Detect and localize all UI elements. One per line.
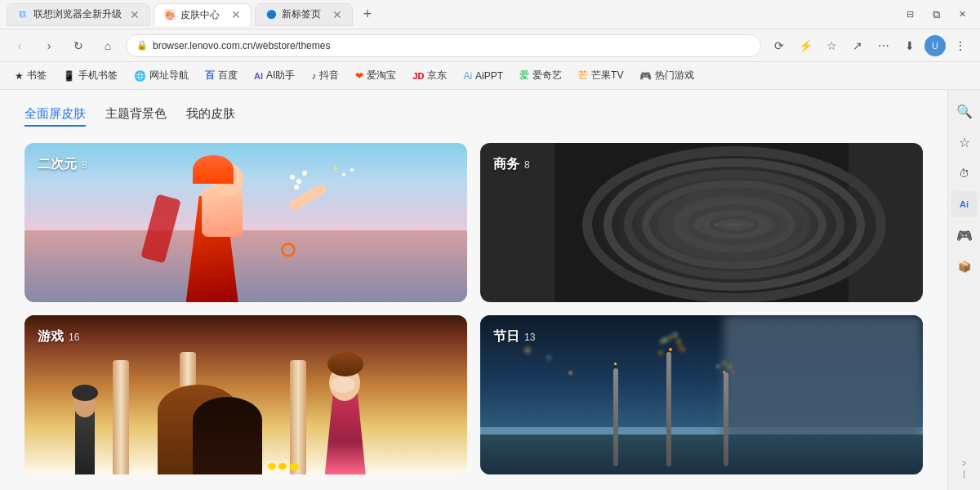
sidebar-collapse[interactable]: > | bbox=[962, 459, 967, 482]
page-tabs: 全面屏皮肤 主题背景色 我的皮肤 bbox=[24, 106, 923, 127]
tab1-favicon: 联 bbox=[17, 9, 29, 20]
tab3-close[interactable]: ✕ bbox=[332, 8, 342, 21]
bookmarks-bar: ★ 书签 📱 手机书签 🌐 网址导航 百 百度 AI AI助手 ♪ 抖音 ❤ 爱… bbox=[0, 62, 980, 90]
bookmark-baidu-label: 百度 bbox=[218, 69, 238, 82]
tab1-title: 联想浏览器全新升级 bbox=[33, 7, 122, 21]
bookmark-mobile-icon: 📱 bbox=[63, 70, 75, 82]
browser-tab-3[interactable]: 🔵 新标签页 ✕ bbox=[255, 3, 353, 26]
bookmark-games[interactable]: 🎮 热门游戏 bbox=[633, 66, 701, 86]
bookmark-ai[interactable]: AI AI助手 bbox=[247, 66, 301, 86]
bookmark-mobile[interactable]: 📱 手机书签 bbox=[56, 66, 124, 86]
festival-card-label: 节日 13 bbox=[493, 328, 535, 345]
forward-button[interactable]: › bbox=[38, 34, 60, 57]
bookmark-iqiyi-icon: 爱 bbox=[519, 69, 529, 82]
bookmark-nav-label: 网址导航 bbox=[149, 69, 189, 82]
url-text: browser.lenovo.com.cn/webstore/themes bbox=[153, 40, 330, 51]
bookmark-baidu[interactable]: 百 百度 bbox=[198, 66, 244, 86]
url-bar[interactable]: 🔒 browser.lenovo.com.cn/webstore/themes bbox=[126, 34, 761, 57]
bookmark-aippt[interactable]: Ai AiPPT bbox=[457, 66, 510, 86]
bookmark-mango-label: 芒果TV bbox=[591, 69, 623, 82]
tab2-title: 皮肤中心 bbox=[180, 8, 223, 22]
bookmark-nav[interactable]: 🌐 网址导航 bbox=[127, 66, 195, 86]
business-card-count: 8 bbox=[524, 159, 530, 171]
sidebar-history-icon[interactable]: ⏱ bbox=[951, 160, 978, 186]
bookmark-star-icon: ★ bbox=[15, 70, 24, 82]
tab-theme[interactable]: 主题背景色 bbox=[105, 106, 167, 127]
bookmark-taobao-icon: ❤ bbox=[355, 70, 363, 82]
bookmark-douyin-icon: ♪ bbox=[311, 70, 316, 82]
back-button[interactable]: ‹ bbox=[8, 34, 31, 57]
bookmark-ai-icon: AI bbox=[254, 71, 263, 81]
home-button[interactable]: ⌂ bbox=[96, 34, 119, 57]
business-card-bg bbox=[480, 143, 923, 302]
url-lock-icon: 🔒 bbox=[136, 40, 148, 51]
tab1-close[interactable]: ✕ bbox=[130, 8, 140, 21]
browser-tab-1[interactable]: 联 联想浏览器全新升级 ✕ bbox=[7, 3, 150, 26]
bookmark-jd-icon: JD bbox=[412, 71, 424, 81]
skin-card-game[interactable]: 游戏 16 bbox=[24, 315, 467, 474]
anime-card-label: 二次元 8 bbox=[38, 156, 87, 173]
tab-fullscreen[interactable]: 全面屏皮肤 bbox=[24, 106, 86, 127]
tab2-close[interactable]: ✕ bbox=[231, 8, 241, 21]
skin-grid: 二次元 8 bbox=[24, 143, 923, 474]
game-card-bg bbox=[24, 315, 467, 474]
bookmark-mobile-label: 手机书签 bbox=[78, 69, 118, 82]
skin-card-business[interactable]: 商务 8 bbox=[480, 143, 923, 302]
bookmark-taobao[interactable]: ❤ 爱淘宝 bbox=[349, 66, 403, 86]
bookmark-taobao-label: 爱淘宝 bbox=[367, 69, 396, 82]
refresh-button[interactable]: ↻ bbox=[67, 34, 90, 57]
skin-card-anime[interactable]: 二次元 8 bbox=[24, 143, 467, 302]
bookmark-baidu-icon: 百 bbox=[205, 69, 215, 82]
main-content: 全面屏皮肤 主题背景色 我的皮肤 bbox=[0, 90, 947, 490]
bookmark-aippt-icon: Ai bbox=[463, 70, 472, 82]
bookmark-iqiyi-label: 爱奇艺 bbox=[532, 69, 562, 82]
bookmark-star-label: 书签 bbox=[27, 69, 47, 82]
anime-card-bg bbox=[24, 143, 467, 302]
bookmark-games-label: 热门游戏 bbox=[655, 69, 694, 82]
sidebar-ai-icon[interactable]: Ai bbox=[951, 191, 978, 217]
tab-my-skin[interactable]: 我的皮肤 bbox=[186, 106, 235, 127]
address-bar: ‹ › ↻ ⌂ 🔒 browser.lenovo.com.cn/webstore… bbox=[0, 29, 980, 62]
sidebar-games-icon[interactable]: 🎮 bbox=[951, 222, 978, 248]
win-restore[interactable]: ⧉ bbox=[924, 7, 947, 23]
star-icon[interactable]: ☆ bbox=[820, 34, 843, 57]
toolbar-icons: ⟳ ⚡ ☆ ↗ ⋯ ⬇ U ⋮ bbox=[768, 34, 972, 57]
bookmark-nav-icon: 🌐 bbox=[134, 70, 146, 82]
win-minimize[interactable]: ⊟ bbox=[898, 7, 921, 23]
menu-icon[interactable]: ⋯ bbox=[872, 34, 895, 57]
content-area: 全面屏皮肤 主题背景色 我的皮肤 bbox=[0, 90, 980, 490]
bookmark-mango-icon: 芒 bbox=[578, 69, 588, 82]
festival-card-count: 13 bbox=[524, 332, 535, 343]
bookmark-mango[interactable]: 芒 芒果TV bbox=[572, 66, 630, 86]
win-close[interactable]: ✕ bbox=[951, 7, 973, 23]
window-controls: ⊟ ⧉ ✕ bbox=[898, 7, 973, 23]
tab3-title: 新标签页 bbox=[282, 7, 324, 21]
sidebar-apps-icon[interactable]: 📦 bbox=[951, 253, 978, 279]
sidebar-star-icon[interactable]: ☆ bbox=[951, 129, 978, 155]
bookmark-jd-label: 京东 bbox=[427, 69, 447, 82]
bookmark-iqiyi[interactable]: 爱 爱奇艺 bbox=[513, 66, 568, 86]
more-icon[interactable]: ⋮ bbox=[949, 34, 972, 57]
sidebar-search-icon[interactable]: 🔍 bbox=[951, 98, 978, 124]
screenshare-icon[interactable]: ↗ bbox=[846, 34, 869, 57]
bookmark-games-icon: 🎮 bbox=[639, 70, 652, 82]
game-card-count: 16 bbox=[69, 332, 79, 343]
lightning-icon[interactable]: ⚡ bbox=[794, 34, 817, 57]
right-sidebar: 🔍 ☆ ⏱ Ai 🎮 📦 > | bbox=[947, 90, 980, 490]
bookmark-douyin[interactable]: ♪ 抖音 bbox=[305, 66, 345, 86]
business-swirl-svg bbox=[480, 143, 923, 302]
bookmark-star[interactable]: ★ 书签 bbox=[8, 66, 53, 86]
tab2-favicon: 🎨 bbox=[164, 9, 176, 20]
tab3-favicon: 🔵 bbox=[265, 9, 277, 20]
title-bar: 联 联想浏览器全新升级 ✕ 🎨 皮肤中心 ✕ 🔵 新标签页 ✕ + ⊟ ⧉ ✕ bbox=[0, 0, 980, 29]
bookmark-aippt-label: AiPPT bbox=[475, 70, 503, 82]
user-avatar[interactable]: U bbox=[924, 35, 946, 56]
browser-tab-2[interactable]: 🎨 皮肤中心 ✕ bbox=[154, 3, 252, 26]
skin-card-festival[interactable]: 节日 13 bbox=[480, 315, 923, 474]
bookmark-ai-label: AI助手 bbox=[266, 69, 295, 82]
bookmark-jd[interactable]: JD 京东 bbox=[406, 66, 453, 86]
download-icon[interactable]: ⬇ bbox=[898, 34, 921, 57]
new-tab-button[interactable]: + bbox=[356, 3, 379, 26]
bookmark-douyin-label: 抖音 bbox=[319, 69, 339, 82]
extensions-icon[interactable]: ⟳ bbox=[768, 34, 791, 57]
